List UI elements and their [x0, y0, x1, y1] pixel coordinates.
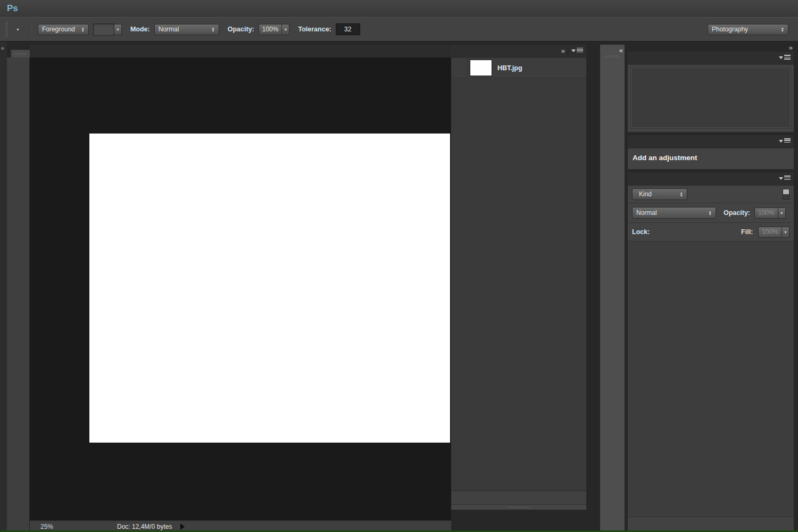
chevron-down-icon: ▼ — [16, 28, 20, 31]
layers-panel-footer — [628, 517, 794, 532]
layers-panel: Kind ▲▼ Normal ▲▼ Opacity: 100% ▼ Lock: — [628, 172, 794, 532]
workspace-value: Photography — [712, 26, 748, 33]
tolerance-label: Tolerance: — [298, 26, 331, 33]
canvas-area[interactable] — [30, 57, 451, 520]
doc-size-info: Doc: 12,4M/0 bytes — [117, 523, 172, 530]
collapse-panel-icon[interactable]: » — [789, 44, 792, 52]
layers-opacity-label: Opacity: — [724, 209, 750, 217]
panel-icon-dock: « — [600, 45, 625, 532]
history-panel-footer — [451, 491, 586, 504]
opacity-label: Opacity: — [228, 26, 254, 33]
chevron-down-icon: ▼ — [281, 24, 289, 35]
spinner-arrows-icon: ▲▼ — [704, 210, 712, 215]
adjustments-panel-tabs — [628, 135, 794, 148]
spinner-arrows-icon: ▲▼ — [77, 27, 85, 32]
collapse-panel-icon[interactable]: » — [561, 47, 564, 55]
mode-label: Mode: — [130, 26, 150, 33]
opacity-value: 100% — [259, 24, 282, 35]
toolbar-edge-strip: » — [0, 41, 7, 532]
tool-bar — [7, 57, 30, 532]
dock-grip[interactable] — [605, 55, 619, 57]
tool-preset-picker[interactable]: ▼ — [12, 27, 22, 32]
panel-column-header: » — [628, 45, 794, 52]
title-bar: Ps — [0, 0, 798, 18]
history-panel-tabs: » — [451, 45, 586, 58]
mode-value: Normal — [159, 26, 179, 33]
document-tab-bar — [30, 45, 451, 57]
adjustments-panel: Add an adjustment — [628, 135, 794, 169]
chevron-down-icon: ▼ — [782, 227, 789, 238]
pattern-picker-arrow[interactable]: ▼ — [114, 24, 122, 35]
toolbar-grip[interactable] — [11, 49, 31, 58]
history-panel-body — [451, 78, 586, 491]
photoshop-logo: Ps — [0, 3, 27, 14]
options-bar: ▼ Foreground ▲▼ ▼ Mode: Normal ▲▼ Opacit… — [0, 17, 798, 41]
layers-panel-tabs — [628, 172, 794, 186]
histogram-panel — [628, 52, 794, 132]
fill-combo[interactable]: 100% ▼ — [758, 227, 789, 238]
layers-opacity-combo[interactable]: 100% ▼ — [754, 207, 786, 219]
snapshot-thumbnail — [470, 60, 492, 76]
panel-menu-icon[interactable] — [779, 55, 791, 60]
chevron-down-icon: ▼ — [778, 207, 786, 219]
panel-menu-icon[interactable] — [779, 176, 791, 181]
panel-menu-icon[interactable] — [779, 138, 791, 144]
layer-filter-select[interactable]: Kind ▲▼ — [632, 188, 687, 200]
fill-source-value: Foreground — [42, 26, 75, 33]
photoshop-window: Ps ▼ Foreground ▲▼ ▼ Mode: Normal ▲▼ Opa… — [0, 0, 798, 532]
fill-label: Fill: — [741, 228, 753, 236]
mode-select[interactable]: Normal ▲▼ — [154, 24, 219, 35]
tolerance-input[interactable]: 32 — [336, 23, 360, 35]
zoom-level-field[interactable]: 25% — [40, 523, 67, 530]
history-panel: » HBT.jpg — [451, 45, 586, 510]
opacity-combo[interactable]: 100% ▼ — [259, 24, 290, 35]
spinner-arrows-icon: ▲▼ — [207, 27, 214, 32]
snapshot-name: HBT.jpg — [497, 64, 522, 72]
options-bar-grip[interactable] — [5, 22, 8, 37]
divider — [568, 48, 568, 55]
spinner-arrows-icon: ▲▼ — [777, 27, 784, 32]
divider — [29, 21, 30, 37]
layer-filter-toggle[interactable] — [783, 189, 789, 200]
add-adjustment-heading: Add an adjustment — [628, 151, 794, 164]
fill-source-select[interactable]: Foreground ▲▼ — [38, 24, 89, 35]
fill-value: 100% — [758, 227, 782, 238]
history-snapshot-row[interactable]: HBT.jpg — [451, 58, 586, 78]
layer-filter-value: Kind — [639, 190, 652, 198]
pattern-swatch[interactable] — [93, 23, 114, 36]
collapse-panel-icon[interactable]: » — [1, 45, 3, 51]
workspace-select[interactable]: Photography ▲▼ — [708, 24, 788, 35]
blend-mode-value: Normal — [636, 209, 657, 217]
blend-mode-select[interactable]: Normal ▲▼ — [632, 207, 716, 219]
document-page[interactable] — [89, 134, 450, 443]
panel-resize-grip[interactable] — [451, 504, 586, 510]
lock-label: Lock: — [632, 228, 650, 236]
histogram-panel-tabs — [628, 52, 794, 65]
layer-list — [628, 242, 794, 517]
status-options-arrow[interactable] — [180, 523, 185, 530]
history-brush-source-icon[interactable] — [451, 58, 468, 78]
spinner-arrows-icon: ▲▼ — [680, 192, 683, 197]
right-panel-column: » Add an adjustment — [628, 45, 794, 532]
panel-menu-icon[interactable] — [571, 48, 583, 53]
layers-opacity-value: 100% — [754, 207, 778, 219]
histogram-viewport — [631, 68, 791, 128]
expand-panel-icon[interactable]: « — [619, 46, 622, 54]
